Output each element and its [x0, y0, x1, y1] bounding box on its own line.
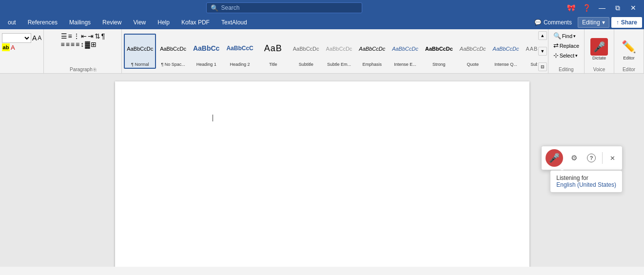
tab-layout[interactable]: out — [2, 16, 22, 29]
show-formatting-btn[interactable]: ¶ — [101, 32, 105, 40]
style-normal[interactable]: AaBbCcDc ¶ Normal — [124, 34, 156, 69]
doc-cursor — [213, 115, 213, 121]
dictate-mic-icon: 🎤 — [549, 153, 560, 163]
font-shrink-btn[interactable]: A — [38, 35, 41, 41]
align-right-btn[interactable]: ≡ — [71, 40, 75, 48]
style-emphasis[interactable]: AaBbCcDc Emphasis — [356, 34, 388, 69]
dictate-listening-label: Listening for — [556, 175, 616, 181]
shading-btn[interactable]: ▓ — [85, 40, 90, 48]
find-icon: 🔍 — [553, 32, 561, 39]
style-subtitle[interactable]: AaBbCcDc Subtitle — [290, 34, 322, 69]
select-btn[interactable]: ⊹ Select ▾ — [552, 51, 579, 60]
ribbon-tabs: out References Mailings Review View Help… — [0, 16, 644, 29]
minimize-button[interactable]: — — [595, 2, 609, 13]
editor-group-content: ✏️ Editor — [618, 31, 640, 67]
style-intense-q[interactable]: AaBbCcDc Intense Q... — [490, 34, 522, 69]
dictate-settings-button[interactable]: ⚙ — [567, 151, 581, 165]
font-group-label — [2, 71, 41, 73]
style-quote[interactable]: AaBbCcDc Quote — [457, 34, 489, 69]
find-dropdown[interactable]: ▾ — [573, 34, 576, 39]
search-box[interactable]: 🔍 — [206, 2, 362, 13]
highlight-btn[interactable]: ab — [2, 43, 10, 51]
font-color-btn[interactable]: A — [11, 44, 15, 51]
ribbon-icon[interactable]: 🎀 — [564, 2, 578, 13]
search-icon: 🔍 — [211, 4, 218, 12]
font-size-row: A A — [2, 33, 41, 43]
font-size-select[interactable] — [2, 33, 31, 43]
align-center-btn[interactable]: ≡ — [66, 40, 70, 48]
style-subtle-ref-label: Subtle Ref... — [530, 62, 537, 67]
tab-kofax[interactable]: Kofax PDF — [176, 16, 215, 29]
tab-mailings[interactable]: Mailings — [63, 16, 97, 29]
close-button[interactable]: ✕ — [626, 2, 640, 13]
paragraph-group-content: ☰ ≡ ⋮ ⇤ ⇥ ⇅ ¶ ≡ ≡ ≡ ≡ ↕ ▓ ⊞ — [61, 31, 105, 66]
restore-button[interactable]: ⧉ — [611, 2, 624, 13]
style-intense-e-preview: AaBbCcDc — [392, 36, 418, 62]
font-grow-btn[interactable]: A — [32, 34, 37, 42]
style-subtle-ref-preview: AaBbCcDc — [526, 36, 537, 62]
paragraph-dialog-btn[interactable]: ⎘ — [94, 67, 96, 72]
comments-icon: 💬 — [534, 19, 542, 26]
style-title[interactable]: AaB Title — [257, 34, 289, 69]
share-button[interactable]: ↑ Share — [611, 17, 642, 28]
select-dropdown[interactable]: ▾ — [575, 53, 578, 58]
style-subtle-em[interactable]: AaBbCcDc Subtle Em... — [323, 34, 355, 69]
comments-button[interactable]: 💬 Comments — [530, 18, 576, 27]
increase-indent-btn[interactable]: ⇥ — [88, 32, 94, 40]
help-icon[interactable]: ❓ — [580, 2, 593, 13]
styles-scroll-down[interactable]: ▼ — [538, 47, 547, 56]
editing-button[interactable]: Editing ▾ — [578, 17, 609, 28]
multilevel-list-btn[interactable]: ⋮ — [73, 32, 80, 40]
find-btn[interactable]: 🔍 Find ▾ — [552, 31, 577, 40]
search-input[interactable] — [221, 4, 358, 11]
dictate-divider — [602, 152, 603, 164]
dictate-mic-button[interactable]: 🎤 — [546, 149, 563, 167]
tab-references[interactable]: References — [22, 16, 63, 29]
tab-help[interactable]: Help — [152, 16, 176, 29]
tab-review[interactable]: Review — [97, 16, 127, 29]
style-emphasis-label: Emphasis — [363, 62, 382, 67]
replace-label: Replace — [560, 43, 579, 49]
dictate-language-link[interactable]: English (United States) — [556, 181, 616, 188]
dictate-toolbar: 🎤 ⚙ ? ✕ — [542, 146, 622, 170]
title-bar-right: 🎀 ❓ — ⧉ ✕ — [564, 2, 640, 13]
style-subtle-em-label: Subtle Em... — [327, 62, 351, 67]
style-quote-preview: AaBbCcDc — [460, 36, 486, 62]
style-no-space[interactable]: AaBbCcDc ¶ No Spac... — [157, 34, 189, 69]
line-spacing-btn[interactable]: ↕ — [80, 40, 84, 48]
style-emphasis-preview: AaBbCcDc — [359, 36, 385, 62]
document-area: 🎤 ⚙ ? ✕ Listening for English (United St… — [0, 74, 644, 267]
select-label: Select — [560, 53, 575, 59]
editor-btn[interactable]: ✏️ Editor — [618, 37, 640, 61]
styles-more[interactable]: ⊟ — [538, 62, 547, 71]
align-left-btn[interactable]: ≡ — [61, 40, 65, 48]
dictate-btn[interactable]: 🎤 Dictate — [588, 37, 610, 61]
tab-textaloud[interactable]: TextAloud — [215, 16, 253, 29]
style-no-space-label: ¶ No Spac... — [161, 62, 185, 67]
sort-btn[interactable]: ⇅ — [95, 32, 100, 40]
font-size-area: A A ab A — [2, 33, 41, 51]
style-heading2[interactable]: AaBbCcC Heading 2 — [223, 34, 256, 69]
replace-btn[interactable]: ⇄ Replace — [552, 41, 580, 50]
find-label: Find — [562, 33, 572, 39]
style-heading1[interactable]: AaBbCc Heading 1 — [190, 34, 222, 69]
style-strong[interactable]: AaBbCcDc Strong — [422, 34, 456, 69]
tab-view[interactable]: View — [127, 16, 152, 29]
select-icon: ⊹ — [553, 52, 559, 59]
borders-btn[interactable]: ⊞ — [91, 40, 97, 48]
ribbon-tabs-right: 💬 Comments Editing ▾ ↑ Share — [530, 17, 642, 28]
style-intense-e-label: Intense E... — [394, 62, 416, 67]
bullet-list-btn[interactable]: ☰ — [61, 32, 67, 40]
style-intense-e[interactable]: AaBbCcDc Intense E... — [389, 34, 421, 69]
voice-group-content: 🎤 Dictate — [588, 31, 610, 67]
dictate-label: Dictate — [592, 56, 606, 60]
justify-btn[interactable]: ≡ — [76, 40, 79, 48]
dictate-close-button[interactable]: ✕ — [606, 152, 618, 164]
decrease-indent-btn[interactable]: ⇤ — [81, 32, 87, 40]
numbered-list-btn[interactable]: ≡ — [68, 32, 72, 40]
styles-scroll-up[interactable]: ▲ — [538, 31, 547, 40]
font-group: A A ab A — [0, 29, 44, 73]
style-subtle-ref[interactable]: AaBbCcDc Subtle Ref... — [523, 34, 537, 69]
document-page[interactable] — [115, 81, 529, 267]
dictate-help-button[interactable]: ? — [585, 151, 598, 165]
